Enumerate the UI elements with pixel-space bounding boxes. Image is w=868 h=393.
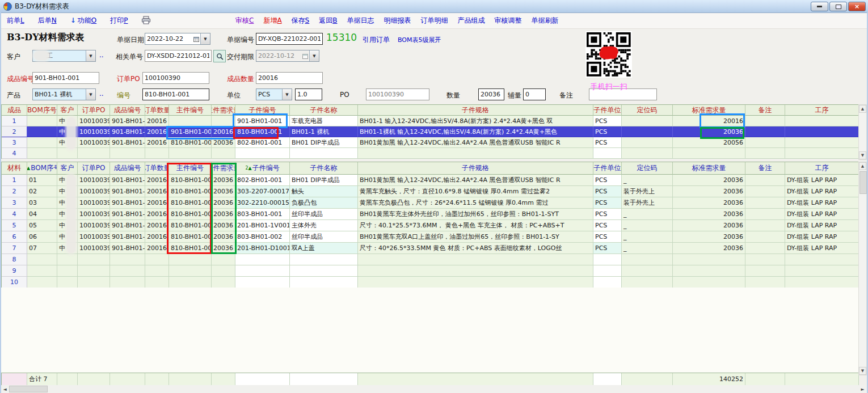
cell-sub[interactable]: 802-BH01-001: [235, 137, 290, 148]
cell-proc[interactable]: DY-组装 LAP RAP: [785, 209, 859, 220]
cell-std[interactable]: 20016: [673, 116, 745, 126]
cell-po[interactable]: 100100390: [78, 116, 110, 126]
cell-main[interactable]: [169, 148, 212, 159]
cell-proc[interactable]: DY-组装 LAP RAP: [785, 243, 859, 254]
cell-note[interactable]: [745, 197, 785, 209]
cell-proc[interactable]: DY-组装 LAP RAP: [785, 220, 859, 231]
cell-num[interactable]: 1: [2, 116, 27, 126]
cell-unit[interactable]: PCS: [593, 116, 622, 126]
cell-std[interactable]: 20036: [673, 175, 745, 186]
cell-mainqty[interactable]: 20036: [212, 197, 235, 209]
cell-mainqty[interactable]: [212, 254, 235, 265]
column-header-mainqty[interactable]: 主件需求量: [212, 105, 235, 116]
column-header-num[interactable]: 成品: [2, 105, 27, 116]
cell-spec[interactable]: BH01黄黑车充双A口上盖丝印，油墨过加州65，丝印参照：BH01-1-SY: [358, 231, 593, 243]
cell-cust[interactable]: 中: [57, 116, 78, 126]
customer-combo[interactable]: 工 ▼: [32, 50, 96, 62]
cell-loc[interactable]: 装于外壳上: [622, 186, 673, 197]
column-header-qty[interactable]: 订单数量: [145, 105, 169, 116]
cell-sub[interactable]: 201-BH01-1V001: [235, 220, 290, 231]
cell-std[interactable]: 20036: [673, 243, 745, 254]
cell-std[interactable]: [673, 148, 745, 159]
cell-spec[interactable]: BH01-1 输入12-24VDC,输出5V/4.8A(新方案) 2.4*2.4…: [358, 116, 593, 126]
cell-loc[interactable]: [622, 116, 673, 126]
cell-po[interactable]: [78, 254, 110, 265]
printer-icon[interactable]: [141, 16, 151, 26]
cell-bom[interactable]: 03: [27, 197, 57, 209]
ref-order-link[interactable]: 引用订单: [363, 35, 390, 45]
cell-bom[interactable]: 07: [27, 243, 57, 254]
cell-unit[interactable]: PCS: [593, 197, 622, 209]
cell-bom[interactable]: 01: [27, 175, 57, 186]
cell-proc[interactable]: DY-组装 LAP RAP: [785, 175, 859, 186]
dropdown-arrow-icon[interactable]: ▼: [86, 89, 95, 100]
cell-main[interactable]: 810-BH01-001: [169, 197, 212, 209]
cell-qty[interactable]: 20016: [145, 220, 169, 231]
cell-qty[interactable]: 20016: [145, 197, 169, 209]
cell-bom[interactable]: 06: [27, 231, 57, 243]
cell-mainqty[interactable]: [212, 148, 235, 159]
cell-cust[interactable]: [57, 148, 78, 159]
cell-spec[interactable]: 黄黑车充负极凸包，尺寸：26*24.6*11.5 锰钢镀镍 厚0.4mm 需过: [358, 197, 593, 209]
cell-proc[interactable]: DY-组装 LAP RAP: [785, 186, 859, 197]
cell-qty[interactable]: 20016: [145, 209, 169, 220]
cell-loc[interactable]: _: [622, 175, 673, 186]
cell-proc[interactable]: DY-组装 LAP RAP: [785, 231, 859, 243]
cell-prod[interactable]: [110, 254, 145, 265]
unit-factor-input[interactable]: [295, 88, 322, 100]
column-header-prod[interactable]: 成品编号: [110, 162, 145, 175]
cell-main[interactable]: 810-BH01-001: [169, 231, 212, 243]
toolbar-item-left-3[interactable]: 打印P: [110, 16, 128, 26]
cell-proc[interactable]: [785, 277, 859, 288]
cell-qty[interactable]: 20016: [145, 186, 169, 197]
cell-qty[interactable]: 20016: [145, 126, 169, 137]
cell-cust[interactable]: 中: [57, 175, 78, 186]
cell-num[interactable]: 2: [2, 126, 27, 137]
column-header-prod[interactable]: 成品编号: [110, 105, 145, 116]
cell-sub[interactable]: [235, 254, 290, 265]
cell-sub[interactable]: 303-2207-00017: [235, 186, 290, 197]
scroll-up-icon[interactable]: ▲: [859, 162, 866, 170]
cell-num[interactable]: 6: [2, 231, 27, 243]
cell-prod[interactable]: 901-BH01-001: [110, 186, 145, 197]
cell-note[interactable]: [745, 254, 785, 265]
cell-bom[interactable]: [27, 126, 57, 137]
title-bar[interactable]: B3-DY材料需求表 ×: [0, 0, 868, 13]
cell-sub[interactable]: 901-BH01-001: [235, 116, 290, 126]
column-header-cust[interactable]: 客户: [57, 162, 78, 175]
cell-cust[interactable]: [57, 277, 78, 288]
toolbar-item-left-0[interactable]: 前单L: [7, 16, 24, 26]
cell-note[interactable]: [745, 220, 785, 231]
close-button[interactable]: ×: [848, 2, 866, 11]
toolbar-item-left-2[interactable]: ↓功能O: [70, 16, 97, 26]
table-row[interactable]: 404中100100390901-BH01-00120016810-BH01-0…: [2, 209, 859, 220]
cell-main[interactable]: 810-BH01-001: [169, 243, 212, 254]
cell-sub[interactable]: [235, 148, 290, 159]
scroll-up-icon[interactable]: ▲: [859, 105, 866, 113]
cell-proc[interactable]: [785, 254, 859, 265]
cell-qty[interactable]: [145, 254, 169, 265]
cell-subname[interactable]: BH01 DIP半成品: [290, 175, 358, 186]
column-header-subname[interactable]: 子件名称: [290, 105, 358, 116]
cell-sub[interactable]: 810-BH01-001: [235, 126, 290, 137]
cell-cust[interactable]: 中: [57, 220, 78, 231]
cell-subname[interactable]: 丝印半成品: [290, 231, 358, 243]
cell-subname[interactable]: 主体外壳: [290, 220, 358, 231]
cell-unit[interactable]: [593, 148, 622, 159]
cell-loc[interactable]: [622, 277, 673, 288]
cell-bom[interactable]: 05: [27, 220, 57, 231]
cell-qty[interactable]: 20016: [145, 137, 169, 148]
cell-unit[interactable]: PCS: [593, 243, 622, 254]
cell-qty[interactable]: 20016: [145, 116, 169, 126]
toolbar-item-right-7[interactable]: 产品组成: [457, 16, 484, 26]
table-row[interactable]: 8: [2, 254, 859, 265]
cell-num[interactable]: 3: [2, 197, 27, 209]
table2-vertical-scrollbar[interactable]: ▲ ▼: [858, 162, 867, 375]
cell-loc[interactable]: [622, 265, 673, 277]
fg-qty-input[interactable]: [256, 72, 323, 84]
doc-no-input[interactable]: [256, 33, 323, 45]
cell-std[interactable]: [673, 265, 745, 277]
cell-proc[interactable]: [785, 148, 859, 159]
column-header-po[interactable]: 订单PO: [78, 162, 110, 175]
cell-mainqty[interactable]: 20036: [212, 137, 235, 148]
